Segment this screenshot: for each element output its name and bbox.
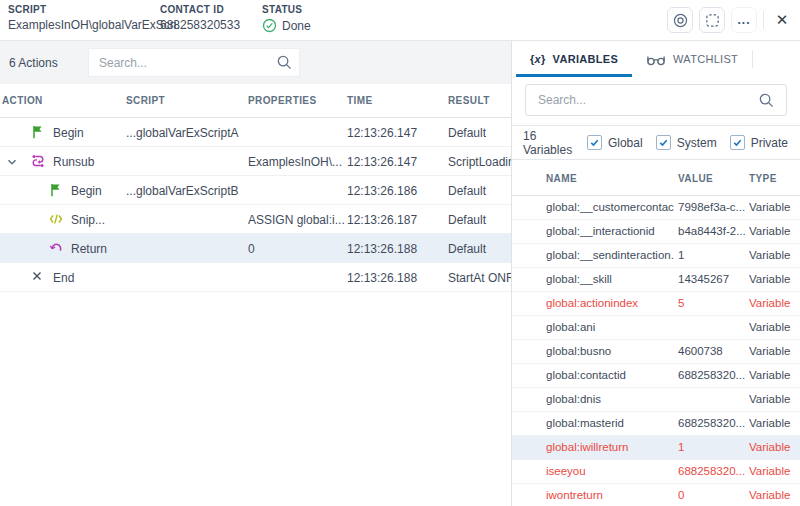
tab-variables-label: VARIABLES [553, 53, 618, 65]
status-label: STATUS [262, 4, 311, 15]
col-type: TYPE [749, 173, 777, 184]
variable-row[interactable]: global:busno 4600738 Variable [512, 340, 800, 364]
table-row[interactable]: Begin ...globalVarExScriptA 12:13:26.147… [0, 118, 511, 147]
close-button[interactable]: ✕ [770, 8, 794, 32]
actions-table-header: ACTION SCRIPT PROPERTIES TIME RESULT [0, 84, 511, 118]
col-name: NAME [546, 173, 577, 184]
runsub-icon [30, 153, 46, 169]
table-row[interactable]: Snip... ASSIGN global:i... 12:13:26.187 … [0, 205, 511, 234]
snippet-icon [48, 211, 64, 227]
glasses-icon [646, 52, 666, 66]
tab-watchlist-label: WATCHLIST [673, 53, 738, 65]
record-target-button[interactable] [667, 7, 693, 33]
col-properties: PROPERTIES [248, 95, 316, 106]
variables-table-body: global:__customercontac... 7998ef3a-c...… [512, 196, 800, 506]
table-row[interactable]: Runsub ExamplesInOH\... 12:13:26.147 Scr… [0, 147, 511, 176]
variables-search-wrap [512, 77, 800, 126]
contact-id-value: 688258320533 [160, 18, 240, 32]
right-panel-tabs: {x} VARIABLES WATCHLIST [512, 41, 800, 77]
col-time: TIME [347, 95, 373, 106]
contact-id-label: CONTACT ID [160, 4, 240, 15]
circle-target-icon [672, 12, 689, 29]
variable-row[interactable]: iseeyou 688258320... Variable [512, 460, 800, 484]
ellipsis-icon: ... [737, 13, 750, 27]
return-icon [48, 240, 64, 256]
variable-row[interactable]: global:iwillreturn 1 Variable [512, 436, 800, 460]
tabs-divider [752, 50, 753, 68]
topbar-actions: ... ✕ [667, 7, 794, 33]
variable-row[interactable]: iwontreturn 0 Variable [512, 484, 800, 506]
variables-table-header: NAME VALUE TYPE [512, 160, 800, 196]
search-icon [758, 92, 775, 109]
contact-id-field: CONTACT ID 688258320533 [160, 4, 240, 32]
col-script: SCRIPT [126, 95, 165, 106]
col-result: RESULT [448, 95, 490, 106]
variable-row[interactable]: global:__interactionid b4a8443f-2... Var… [512, 220, 800, 244]
table-row[interactable]: End 12:13:26.188 StartAt ONRELE [0, 263, 511, 292]
variable-row[interactable]: global:masterid 688258320... Variable [512, 412, 800, 436]
variables-filter-bar: 16 Variables Global System Private [512, 126, 800, 160]
checkbox-private-box[interactable] [730, 135, 745, 150]
checkbox-global-box[interactable] [587, 135, 602, 150]
col-value: VALUE [678, 173, 713, 184]
search-icon [276, 54, 293, 71]
dashed-square-icon [704, 12, 721, 29]
braces-x-icon: {x} [530, 53, 546, 65]
flag-icon [30, 124, 46, 140]
variable-row[interactable]: global:__sendinteraction... 1 Variable [512, 244, 800, 268]
actions-toolbar: 6 Actions [0, 41, 511, 84]
end-icon [30, 269, 46, 285]
checkbox-global[interactable]: Global [587, 135, 643, 150]
table-row[interactable]: Begin ...globalVarExScriptB 12:13:26.186… [0, 176, 511, 205]
variables-count: 16 Variables [523, 129, 574, 157]
checkbox-private[interactable]: Private [730, 135, 788, 150]
col-action: ACTION [2, 95, 43, 106]
checkbox-system-box[interactable] [656, 135, 671, 150]
status-field: STATUS Done [262, 4, 311, 33]
tab-watchlist[interactable]: WATCHLIST [632, 41, 752, 77]
chevron-down-icon[interactable] [6, 156, 18, 168]
topbar-divider [763, 11, 764, 29]
close-icon: ✕ [776, 11, 789, 29]
variable-row[interactable]: global:__skill 14345267 Variable [512, 268, 800, 292]
more-options-button[interactable]: ... [731, 7, 757, 33]
variable-row[interactable]: global:ani Variable [512, 316, 800, 340]
window-header: SCRIPT ExamplesInOH\globalVarExScri... C… [0, 0, 800, 41]
actions-search-input[interactable] [88, 48, 300, 77]
actions-table-body: Begin ...globalVarExScriptA 12:13:26.147… [0, 118, 511, 292]
variable-row[interactable]: global:contactid 688258320... Variable [512, 364, 800, 388]
check-circle-icon [262, 18, 277, 33]
status-value-wrap: Done [262, 18, 311, 33]
checkbox-private-label: Private [751, 136, 788, 150]
variable-row[interactable]: global:dnis Variable [512, 388, 800, 412]
fit-to-screen-button[interactable] [699, 7, 725, 33]
table-row[interactable]: Return 0 12:13:26.188 Default [0, 234, 511, 263]
variable-row[interactable]: global:actionindex 5 Variable [512, 292, 800, 316]
checkbox-global-label: Global [608, 136, 643, 150]
variables-search-input[interactable] [525, 84, 787, 116]
actions-count: 6 Actions [9, 56, 58, 70]
checkbox-system[interactable]: System [656, 135, 717, 150]
status-badge: Done [282, 19, 311, 33]
variables-panel: {x} VARIABLES WATCHLIST 16 Variables Glo… [511, 41, 800, 506]
tab-variables[interactable]: {x} VARIABLES [516, 41, 632, 77]
variable-row[interactable]: global:__customercontac... 7998ef3a-c...… [512, 196, 800, 220]
actions-panel: 6 Actions ACTION SCRIPT PROPERTIES TIME … [0, 41, 511, 506]
checkbox-system-label: System [677, 136, 717, 150]
flag-icon [48, 182, 64, 198]
